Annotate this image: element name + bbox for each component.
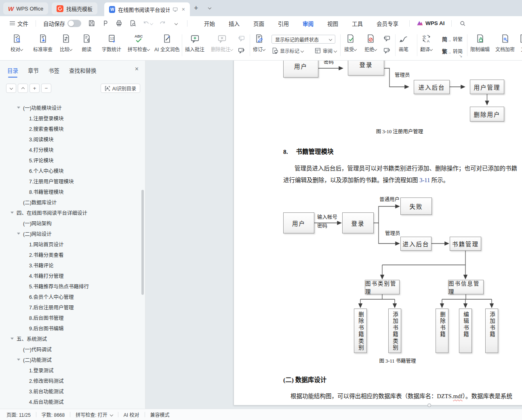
proofread-button[interactable]: 校对 [11, 34, 23, 52]
print-button[interactable] [112, 19, 126, 27]
spell-check-button[interactable]: ABC 拼写检查 [128, 34, 149, 52]
autosave-control[interactable]: 自动保存 [40, 19, 84, 27]
track-changes-button[interactable]: 修订 [253, 34, 265, 52]
toc-item[interactable]: (二)网站设计 [17, 228, 52, 239]
caret-icon[interactable] [11, 212, 14, 214]
toc-item[interactable]: 3.阅读模块 [29, 134, 53, 144]
to-traditional-button[interactable]: 简→ 转繁 [442, 35, 463, 43]
toc-item[interactable]: 8.书籍管理模块 [29, 186, 63, 197]
status-ai-proofread[interactable]: AI 校对 [124, 411, 139, 418]
zoom-in-toc-button[interactable]: + [29, 84, 40, 93]
sidebar-scrollbar[interactable] [141, 190, 144, 295]
show-markup-button[interactable]: 显示标记 [272, 47, 303, 54]
toc-item[interactable]: 8.后台图书管理 [29, 312, 63, 323]
standard-review-button[interactable]: 标准审查 [33, 34, 53, 52]
caret-icon[interactable] [17, 233, 20, 235]
toc-item[interactable]: 3.前台功能测试 [29, 386, 63, 396]
toc-item[interactable]: 2.修改密码测试 [29, 375, 63, 386]
read-aloud-button[interactable]: 朗读 [82, 34, 92, 52]
tab-list-chevron-icon[interactable] [208, 6, 211, 9]
review-pane-button[interactable]: 审阅 [314, 47, 337, 54]
encrypt-document-button[interactable]: 文档加密 [495, 34, 515, 52]
toc-item[interactable]: 7.后台注册用户管理 [29, 302, 74, 312]
menu-insert[interactable]: 插入 [222, 16, 246, 31]
next-comment-button[interactable] [238, 47, 245, 54]
status-word-count[interactable]: 字数: 8668 [42, 411, 65, 418]
export-pdf-button[interactable] [98, 19, 112, 27]
truncated-ribbon-button[interactable]: 文 [518, 34, 522, 52]
accept-revision-button[interactable]: 接受 [344, 34, 356, 52]
menu-view[interactable]: 视图 [320, 16, 345, 31]
close-pane-icon[interactable]: × [135, 65, 139, 73]
toc-item[interactable]: 1.注册登录模块 [29, 113, 63, 123]
collapse-all-button[interactable] [18, 84, 28, 93]
toc-item[interactable]: 五、系统测试 [11, 333, 47, 344]
tab-chapters[interactable]: 章节 [28, 66, 39, 78]
menu-tools[interactable]: 工具 [345, 16, 370, 31]
tab-wps-office[interactable]: W WPS Office [3, 2, 48, 15]
save-button[interactable] [84, 19, 98, 27]
toc-item[interactable]: (一)代码调试 [17, 344, 52, 354]
menu-member[interactable]: 会员专享 [370, 16, 405, 31]
previous-revision-button[interactable] [383, 35, 391, 42]
undo-button[interactable] [139, 19, 156, 27]
tab-find-replace[interactable]: 查找和替换 [69, 66, 97, 78]
redo-button[interactable] [156, 19, 169, 27]
translate-button[interactable]: 文A 翻译 [420, 34, 432, 52]
toc-item[interactable]: (二)功能测试 [17, 354, 52, 365]
file-menu[interactable]: 文件 [6, 19, 32, 27]
dialog-launcher-icon[interactable]: ↘ [459, 54, 462, 58]
restrict-editing-button[interactable]: 限制编辑 [470, 34, 490, 52]
expand-all-button[interactable] [6, 84, 16, 93]
tab-toc[interactable]: 目录 [7, 66, 18, 78]
caret-icon[interactable] [11, 338, 14, 340]
toc-item[interactable]: 4.后台功能测试 [29, 396, 63, 407]
menu-reference[interactable]: 引用 [271, 16, 296, 31]
toc-item[interactable]: 9.后台图书编辑 [29, 323, 63, 333]
toc-item[interactable]: 1.网站首页设计 [29, 239, 63, 249]
new-tab-button[interactable]: + [194, 4, 198, 13]
chevron-down-icon[interactable] [110, 413, 113, 416]
toc-item[interactable]: (一)功能模块设计 [17, 102, 62, 113]
next-revision-button[interactable] [383, 47, 391, 54]
ai-recognize-toc-button[interactable]: AI识别目录 [101, 84, 140, 93]
document-page[interactable]: 用户 密码 登录 管理员 进入后台 用户管理 删除用户 图 3-10 注册用户管… [234, 61, 522, 405]
toc-item[interactable]: 四、在线图书阅读平台详细设计 [11, 207, 87, 218]
close-tab-icon[interactable]: × [182, 6, 185, 13]
search-button[interactable] [456, 20, 469, 27]
toc-item[interactable]: 2.书籍分类查看 [29, 249, 63, 260]
markup-state-dropdown[interactable]: 显示标记的最终状态 [272, 35, 335, 44]
toc-item[interactable]: 7.注册用户管理模块 [29, 176, 74, 186]
status-spellcheck[interactable]: 拼写检查: 打开 [76, 411, 107, 418]
compare-button[interactable]: 比较 [60, 34, 72, 52]
caret-icon[interactable] [17, 107, 20, 109]
toc-item[interactable]: 2.搜索查看模块 [29, 123, 63, 134]
word-count-button[interactable]: 12 字数统计 [102, 34, 121, 52]
print-preview-button[interactable] [126, 19, 139, 27]
tab-template[interactable]: 找稿壳模板 [52, 2, 97, 15]
menu-home[interactable]: 开始 [197, 16, 222, 31]
tab-bookmarks[interactable]: 书签 [48, 66, 59, 78]
ink-pen-button[interactable]: 画笔 [398, 34, 409, 52]
toc-item[interactable]: 1.登录测试 [29, 365, 53, 375]
delete-comment-button[interactable]: 删除批注 [211, 34, 233, 52]
share-screen-icon[interactable] [173, 6, 178, 13]
menu-review[interactable]: 审阅 [296, 16, 320, 31]
tab-document[interactable]: W 在线图书阅读平台设计与开发 × [104, 2, 190, 16]
reject-revision-button[interactable]: 拒绝 [364, 34, 377, 52]
ai-polish-button[interactable]: AI 全文润色 [154, 34, 180, 52]
toc-item[interactable]: 3.书籍评论 [29, 260, 53, 270]
zoom-out-toc-button[interactable]: − [41, 84, 51, 93]
menu-page[interactable]: 页面 [246, 16, 271, 31]
toc-item[interactable]: (二)数据库设计 [17, 197, 57, 207]
previous-comment-button[interactable] [238, 35, 245, 42]
wps-ai-button[interactable]: WPS AI [414, 20, 447, 27]
toc-item[interactable]: 5.评论模块 [29, 155, 53, 165]
toc-item[interactable]: 4.书籍打分管理 [29, 270, 63, 281]
toc-item[interactable]: 4.打分模块 [29, 144, 53, 155]
page-gap-widget[interactable] [427, 403, 431, 407]
toc-item[interactable]: 5.书籍推荐与热点书籍排行 [29, 281, 89, 291]
toc-item[interactable]: (一)网站架构 [17, 218, 52, 228]
insert-comment-button[interactable]: 插入批注 [185, 34, 204, 52]
caret-icon[interactable] [17, 359, 20, 361]
